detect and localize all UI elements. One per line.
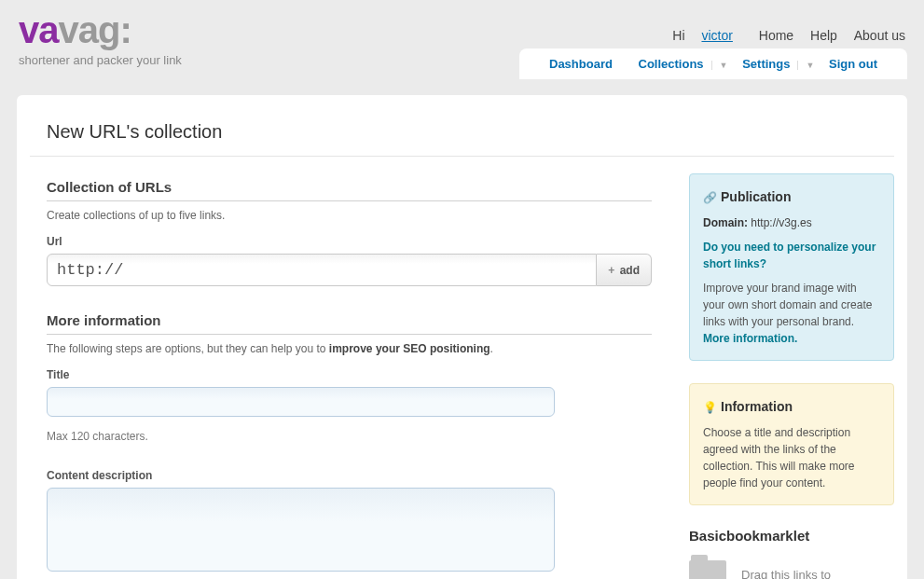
title-hint: Max 120 characters. <box>47 430 652 443</box>
url-input[interactable] <box>47 254 597 286</box>
tab-collections[interactable]: Collections <box>639 57 704 71</box>
publication-heading: 🔗Publication <box>703 187 880 207</box>
collections-dropdown-icon[interactable]: ▼ <box>711 61 728 70</box>
tab-nav: Dashboard Collections▼ Settings▼ Sign ou… <box>519 48 907 79</box>
bookmarklet-text: Drag this links to <box>741 568 831 580</box>
bookmarklet-heading: Basicbookmarklet <box>689 528 894 544</box>
page-title: New URL's collection <box>30 121 894 157</box>
tab-settings[interactable]: Settings <box>742 57 790 71</box>
publication-body: Improve your brand image with your own s… <box>703 280 880 347</box>
folder-icon <box>689 560 726 579</box>
nav-about[interactable]: About us <box>854 28 905 43</box>
more-info-link[interactable]: More information. <box>703 332 797 345</box>
publication-box: 🔗Publication Domain: http://v3g.es Do yo… <box>689 173 894 361</box>
bookmarklet-section: Basicbookmarklet Drag this links to <box>689 528 894 579</box>
nav-help[interactable]: Help <box>810 28 837 43</box>
nav-home[interactable]: Home <box>759 28 793 43</box>
tab-signout[interactable]: Sign out <box>829 57 877 71</box>
tab-dashboard[interactable]: Dashboard <box>549 57 613 71</box>
title-label: Title <box>47 368 652 381</box>
plus-icon: + <box>608 264 614 277</box>
top-nav: Hi victor Home Help About us <box>672 28 905 43</box>
collection-heading: Collection of URLs <box>47 179 652 201</box>
more-info-heading: More information <box>47 312 652 335</box>
information-body: Choose a title and description agreed wi… <box>703 424 880 491</box>
link-icon: 🔗 <box>703 191 717 204</box>
collection-subtext: Create collections of up to five links. <box>47 209 652 222</box>
url-label: Url <box>47 235 652 248</box>
settings-dropdown-icon[interactable]: ▼ <box>797 61 814 70</box>
title-input[interactable] <box>47 387 555 417</box>
description-input[interactable] <box>47 488 555 572</box>
domain-line: Domain: http://v3g.es <box>703 214 880 231</box>
description-label: Content description <box>47 469 652 482</box>
personalize-link[interactable]: Do you need to personalize your short li… <box>703 241 876 270</box>
add-button[interactable]: + add <box>597 254 652 286</box>
information-box: 💡Information Choose a title and descript… <box>689 383 894 505</box>
username-link[interactable]: victor <box>701 28 732 43</box>
greeting: Hi victor <box>672 28 733 43</box>
bulb-icon: 💡 <box>703 401 717 414</box>
information-heading: 💡Information <box>703 397 880 417</box>
more-info-subtext: The following steps are options, but the… <box>47 342 652 355</box>
